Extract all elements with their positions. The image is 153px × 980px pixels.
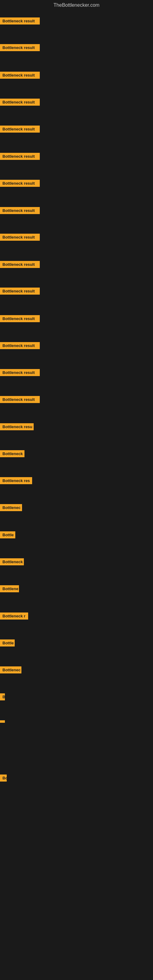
bottleneck-result-item: Bottlenec	[0, 667, 21, 673]
bottleneck-result-item: Bottleneck result	[0, 261, 40, 268]
bottleneck-result-item: Bottleneck res	[0, 477, 32, 484]
bottleneck-result-item: Bottleneck result	[0, 396, 40, 403]
bottleneck-result-item: Bottleneck result	[0, 315, 40, 322]
site-title: TheBottlenecker.com	[0, 0, 153, 9]
bottleneck-label: Bottlenec	[0, 504, 22, 511]
bottleneck-result-item: Bottleneck result	[0, 342, 40, 349]
bottleneck-label: Bottleneck result	[0, 288, 40, 294]
bottleneck-result-item: Bottleneck result	[0, 126, 40, 133]
bottleneck-label: Bottleneck result	[0, 342, 40, 349]
bottleneck-result-item: Bottleneck	[0, 450, 24, 457]
bottleneck-result-item: Bottlenec	[0, 504, 22, 511]
bottleneck-label: Bottleneck result	[0, 99, 40, 106]
bottleneck-label: Bottleneck result	[0, 315, 40, 322]
bottleneck-label: Bottleneck result	[0, 234, 40, 241]
bottleneck-result-item: Bottle	[0, 531, 15, 538]
bottleneck-result-item: B	[0, 694, 5, 700]
bottleneck-result-item: Bottlene	[0, 585, 19, 592]
bottleneck-label: Bottlenec	[0, 667, 21, 673]
bottleneck-result-item: Bottleneck result	[0, 72, 40, 79]
bottleneck-label: Bottleneck	[0, 450, 24, 457]
bottleneck-result-item: Bottleneck result	[0, 288, 40, 294]
bottleneck-result-item: Bottleneck result	[0, 207, 40, 214]
bottleneck-result-item: Bottleneck result	[0, 369, 40, 376]
bottleneck-label: Bottle	[0, 640, 15, 646]
bottleneck-label: B	[0, 694, 5, 700]
bottleneck-label: Bottleneck result	[0, 44, 40, 51]
bottleneck-label: Bottleneck result	[0, 18, 40, 24]
bottleneck-result-item: Bottleneck result	[0, 180, 40, 187]
bottleneck-result-item: Bottleneck r	[0, 612, 28, 620]
bottleneck-result-item: Bottleneck result	[0, 44, 40, 51]
bottleneck-result-item: Bottleneck resu	[0, 423, 33, 430]
bottleneck-label: Bottleneck result	[0, 72, 40, 79]
bottleneck-label: Bo	[0, 775, 7, 781]
bottleneck-result-item: Bottleneck result	[0, 234, 40, 241]
bottleneck-label: Bottleneck result	[0, 126, 40, 133]
bottleneck-result-item: Bottleneck result	[0, 153, 40, 160]
bottleneck-result-item: Bottleneck result	[0, 99, 40, 106]
bottleneck-label: Bottleneck result	[0, 369, 40, 376]
bottleneck-result-item: Bo	[0, 775, 7, 781]
bottleneck-result-item: Bottle	[0, 640, 15, 646]
bottleneck-label: Bottlene	[0, 585, 19, 592]
bottleneck-label: Bottleneck res	[0, 477, 32, 484]
bottleneck-label: Bottleneck	[0, 558, 24, 565]
bottleneck-label: Bottleneck r	[0, 612, 28, 620]
bottleneck-result-tiny	[0, 720, 1, 723]
bottleneck-label: Bottle	[0, 531, 15, 538]
bottleneck-result-item: Bottleneck	[0, 558, 24, 565]
bottleneck-label: Bottleneck resu	[0, 423, 33, 430]
bottleneck-label: Bottleneck result	[0, 153, 40, 160]
bottleneck-label: Bottleneck result	[0, 207, 40, 214]
bottleneck-result-item: Bottleneck result	[0, 18, 40, 24]
bottleneck-label: Bottleneck result	[0, 396, 40, 403]
bottleneck-label: Bottleneck result	[0, 180, 40, 187]
bottleneck-label: Bottleneck result	[0, 261, 40, 268]
